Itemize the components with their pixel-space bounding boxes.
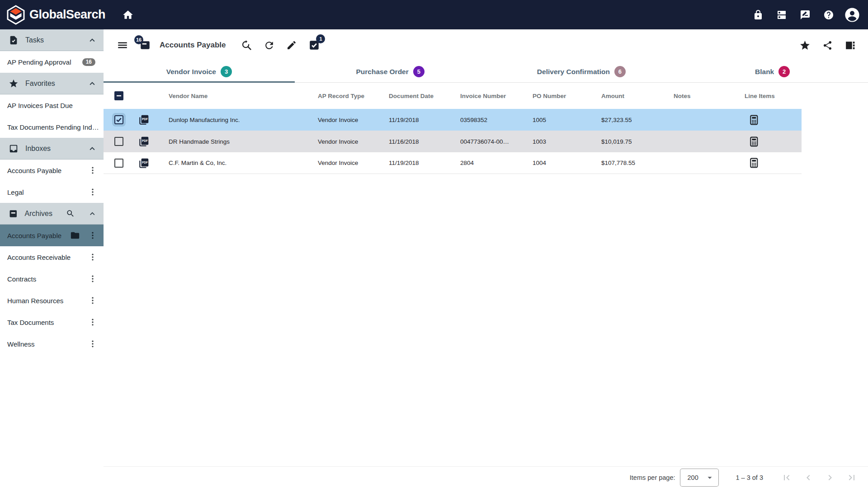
share-icon[interactable] xyxy=(820,37,835,53)
cell-document-date: 11/19/2018 xyxy=(389,117,460,123)
tab-blank[interactable]: Blank 2 xyxy=(677,61,868,82)
cell-po-number: 1004 xyxy=(533,160,601,166)
pagination-bar: Items per page: 200 1 – 3 of 3 xyxy=(104,466,868,488)
sidebar-item-inbox-legal[interactable]: Legal xyxy=(0,181,104,203)
column-header-document-date[interactable]: Document Date xyxy=(389,93,460,99)
row-checkbox[interactable] xyxy=(114,137,123,146)
cell-ap-record-type: Vendor Invoice xyxy=(318,160,389,166)
page-size-select[interactable]: 200 xyxy=(680,469,719,487)
toolbar-right xyxy=(797,37,857,53)
first-page-icon[interactable] xyxy=(781,472,792,483)
next-page-icon[interactable] xyxy=(825,472,835,483)
pdf-icon[interactable]: PDF xyxy=(138,157,150,169)
refresh-icon[interactable] xyxy=(262,37,276,53)
table-row[interactable]: PDF DR Handmade Strings Vendor Invoice 1… xyxy=(104,131,802,152)
sidebar-item-archive-tax-documents[interactable]: Tax Documents xyxy=(0,311,104,333)
item-label: Wellness xyxy=(7,340,83,348)
tab-vendor-invoice[interactable]: Vendor Invoice 3 xyxy=(104,61,295,82)
sidebar-item-archive-human-resources[interactable]: Human Resources xyxy=(0,290,104,311)
home-icon[interactable] xyxy=(119,6,137,24)
sidebar-item-ap-pending-approval[interactable]: AP Pending Approval 16 xyxy=(0,51,104,73)
inbox-filled-icon[interactable]: 16 xyxy=(138,37,152,53)
select-all-checkbox[interactable] xyxy=(114,91,123,100)
table-row[interactable]: PDF C.F. Martin & Co, Inc. Vendor Invoic… xyxy=(104,152,802,174)
chevron-up-icon[interactable] xyxy=(87,35,97,45)
sidebar-item-archive-accounts-receivable[interactable]: Accounts Receivable xyxy=(0,246,104,268)
line-items-icon[interactable] xyxy=(748,136,760,147)
column-header-ap-record-type[interactable]: AP Record Type xyxy=(318,93,389,99)
kebab-menu-icon[interactable] xyxy=(86,292,99,309)
kebab-menu-icon[interactable] xyxy=(86,227,99,244)
sidebar: Tasks AP Pending Approval 16 Favorites A… xyxy=(0,29,104,488)
folder-icon xyxy=(70,230,80,240)
inbox-count-badge: 16 xyxy=(134,35,143,44)
sidebar-item-archive-wellness[interactable]: Wellness xyxy=(0,333,104,355)
column-header-invoice-number[interactable]: Invoice Number xyxy=(460,93,533,99)
pdf-icon[interactable]: PDF xyxy=(138,114,150,126)
tab-delivery-confirmation[interactable]: Delivery Confirmation 6 xyxy=(486,61,677,82)
cell-vendor-name: DR Handmade Strings xyxy=(169,138,318,145)
kebab-menu-icon[interactable] xyxy=(86,162,99,178)
svg-text:PDF: PDF xyxy=(142,139,148,142)
feedback-icon[interactable] xyxy=(797,6,813,24)
table-row[interactable]: PDF Dunlop Manufacturing Inc. Vendor Inv… xyxy=(104,109,802,131)
item-label: Tax Documents Pending Inde… xyxy=(7,123,99,131)
tab-count-badge: 5 xyxy=(413,66,425,77)
sidebar-section-favorites[interactable]: Favorites xyxy=(0,73,104,94)
sidebar-item-tax-documents-pending[interactable]: Tax Documents Pending Inde… xyxy=(0,116,104,138)
cell-po-number: 1003 xyxy=(533,138,601,145)
item-label: Contracts xyxy=(7,275,83,283)
menu-icon[interactable] xyxy=(115,37,130,53)
count-badge: 16 xyxy=(82,58,95,66)
row-checkbox[interactable] xyxy=(114,159,123,168)
item-label: Accounts Payable xyxy=(7,232,66,239)
sidebar-section-tasks[interactable]: Tasks xyxy=(0,29,104,51)
account-avatar[interactable] xyxy=(844,6,860,24)
column-header-line-items[interactable]: Line Items xyxy=(745,93,802,99)
page-size-value: 200 xyxy=(688,474,698,481)
sidebar-section-inboxes[interactable]: Inboxes xyxy=(0,138,104,160)
cell-invoice-number: 0047736074-00… xyxy=(460,138,533,145)
item-label: Accounts Payable xyxy=(7,167,83,174)
column-header-po-number[interactable]: PO Number xyxy=(533,93,601,99)
favorite-star-icon[interactable] xyxy=(797,37,812,53)
lock-icon[interactable] xyxy=(750,6,766,24)
chevron-up-icon[interactable] xyxy=(88,209,97,219)
select-done-icon[interactable]: 1 xyxy=(307,37,321,53)
kebab-menu-icon[interactable] xyxy=(86,336,99,352)
sidebar-item-inbox-accounts-payable[interactable]: Accounts Payable xyxy=(0,160,104,181)
chevron-up-icon[interactable] xyxy=(87,79,97,89)
kebab-menu-icon[interactable] xyxy=(86,271,99,287)
edit-icon[interactable] xyxy=(284,37,299,53)
selected-count-badge: 1 xyxy=(316,34,325,43)
pdf-icon[interactable]: PDF xyxy=(138,136,150,147)
dns-icon[interactable] xyxy=(774,6,789,24)
kebab-menu-icon[interactable] xyxy=(86,314,99,330)
cell-amount: $27,323.55 xyxy=(601,117,674,123)
line-items-icon[interactable] xyxy=(748,114,760,126)
column-header-amount[interactable]: Amount xyxy=(601,93,674,99)
last-page-icon[interactable] xyxy=(846,472,857,483)
sidebar-item-archive-contracts[interactable]: Contracts xyxy=(0,268,104,290)
search-icon[interactable] xyxy=(66,209,75,218)
sidebar-section-archives[interactable]: Archives xyxy=(0,203,104,225)
sidebar-item-ap-invoices-past-due[interactable]: AP Invoices Past Due xyxy=(0,94,104,116)
search-again-icon[interactable] xyxy=(239,37,254,53)
kebab-menu-icon[interactable] xyxy=(86,249,99,265)
cell-document-date: 11/16/2018 xyxy=(389,138,460,145)
items-per-page-label: Items per page: xyxy=(630,474,675,481)
sidebar-item-archive-accounts-payable[interactable]: Accounts Payable xyxy=(0,225,104,246)
chevron-up-icon[interactable] xyxy=(87,144,97,154)
page-title: Accounts Payable xyxy=(160,41,226,50)
previous-page-icon[interactable] xyxy=(803,472,814,483)
row-checkbox[interactable] xyxy=(114,115,123,124)
line-items-icon[interactable] xyxy=(748,157,760,169)
tab-purchase-order[interactable]: Purchase Order 5 xyxy=(295,61,486,82)
view-sidebar-icon[interactable] xyxy=(843,37,857,53)
inbox-icon xyxy=(9,144,19,154)
column-header-notes[interactable]: Notes xyxy=(674,93,745,99)
table-header: Vendor Name AP Record Type Document Date… xyxy=(104,83,802,109)
help-icon[interactable] xyxy=(821,6,836,24)
kebab-menu-icon[interactable] xyxy=(86,184,99,200)
column-header-vendor-name[interactable]: Vendor Name xyxy=(169,93,318,99)
